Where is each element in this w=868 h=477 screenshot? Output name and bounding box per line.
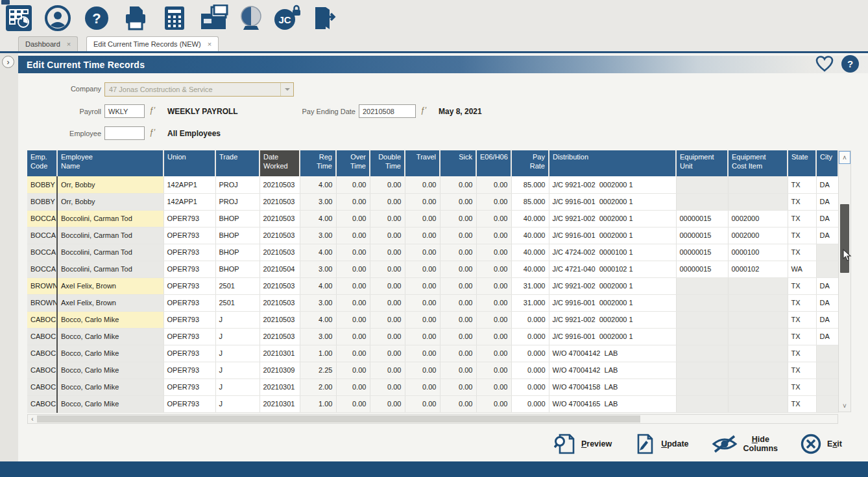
cell-travel[interactable]: 0.00 xyxy=(405,210,440,227)
cell-union[interactable]: OPER793 xyxy=(163,227,215,244)
column-header-pay_rate[interactable]: Pay Rate xyxy=(511,150,549,176)
tab-dashboard[interactable]: Dashboard × xyxy=(18,36,78,51)
cell-double_time[interactable]: 0.00 xyxy=(370,311,405,328)
cell-trade[interactable]: J xyxy=(215,328,259,345)
cell-equip_cost[interactable]: 0002000 xyxy=(728,227,788,244)
cell-equip_unit[interactable] xyxy=(676,378,728,395)
cell-date_worked[interactable]: 20210503 xyxy=(259,277,300,294)
cell-over_time[interactable]: 0.00 xyxy=(336,210,370,227)
cell-over_time[interactable]: 0.00 xyxy=(336,227,370,244)
column-header-equip_cost[interactable]: Equipment Cost Item xyxy=(728,150,788,176)
cell-double_time[interactable]: 0.00 xyxy=(370,244,405,261)
cell-equip_cost[interactable] xyxy=(728,395,788,412)
cell-emp_code[interactable]: BOCCA xyxy=(27,210,57,227)
cell-double_time[interactable]: 0.00 xyxy=(370,193,405,210)
cell-union[interactable]: OPER793 xyxy=(163,362,215,378)
column-header-distribution[interactable]: Distribution xyxy=(549,150,676,176)
cell-equip_unit[interactable] xyxy=(676,345,728,362)
column-header-e06_h06[interactable]: E06/H06 xyxy=(476,150,511,176)
cell-state[interactable]: TX xyxy=(788,244,816,261)
cell-over_time[interactable]: 0.00 xyxy=(336,193,370,210)
cell-distribution[interactable]: W/O 47004158 LAB xyxy=(549,378,676,395)
cell-distribution[interactable]: J/C 9921-002 0002000 1 xyxy=(549,176,676,193)
cell-over_time[interactable]: 0.00 xyxy=(336,176,370,193)
cell-equip_cost[interactable] xyxy=(728,277,788,294)
cell-equip_cost[interactable]: 0000102 xyxy=(728,261,788,277)
cell-travel[interactable]: 0.00 xyxy=(405,345,440,362)
column-header-sick[interactable]: Sick xyxy=(440,150,476,176)
cell-date_worked[interactable]: 20210503 xyxy=(259,244,300,261)
cell-over_time[interactable]: 0.00 xyxy=(336,261,370,277)
horizontal-scroll-thumb[interactable] xyxy=(37,415,640,423)
cell-reg_time[interactable]: 4.00 xyxy=(300,277,336,294)
cell-city[interactable] xyxy=(816,362,838,378)
cell-union[interactable]: OPER793 xyxy=(163,378,215,395)
panel-expander-button[interactable]: › xyxy=(2,56,14,68)
cell-name[interactable]: Orr, Bobby xyxy=(57,193,163,210)
cell-name[interactable]: Bocco, Carlo Mike xyxy=(57,362,163,378)
cell-double_time[interactable]: 0.00 xyxy=(370,328,405,345)
cell-city[interactable]: DA xyxy=(816,328,838,345)
dashboard-grid-icon[interactable] xyxy=(5,5,32,32)
cell-union[interactable]: OPER793 xyxy=(163,345,215,362)
cell-e06_h06[interactable]: 0.00 xyxy=(476,294,511,311)
scroll-down-arrow[interactable]: ˅ xyxy=(839,400,850,412)
payroll-input[interactable]: WKLY xyxy=(104,104,145,118)
pay-ending-date-lookup-icon[interactable]: ƒ′ xyxy=(420,106,426,115)
cell-distribution[interactable]: J/C 9921-002 0002000 1 xyxy=(549,311,676,328)
cell-reg_time[interactable]: 4.00 xyxy=(300,210,336,227)
cell-date_worked[interactable]: 20210309 xyxy=(259,362,300,378)
cell-city[interactable]: DA xyxy=(816,227,838,244)
cell-sick[interactable]: 0.00 xyxy=(440,227,476,244)
cell-double_time[interactable]: 0.00 xyxy=(370,345,405,362)
cell-name[interactable]: Axel Felix, Brown xyxy=(57,294,163,311)
column-header-state[interactable]: State xyxy=(788,150,816,176)
cell-name[interactable]: Bocco, Carlo Mike xyxy=(57,395,163,412)
cell-trade[interactable]: PROJ xyxy=(215,176,259,193)
cell-emp_code[interactable]: CABOC xyxy=(27,362,57,378)
help-icon[interactable]: ? xyxy=(83,5,110,32)
cell-date_worked[interactable]: 20210503 xyxy=(259,311,300,328)
cell-pay_rate[interactable]: 40.000 xyxy=(511,227,549,244)
column-header-reg_time[interactable]: Reg Time xyxy=(300,150,336,176)
user-icon[interactable] xyxy=(44,5,71,32)
cell-trade[interactable]: BHOP xyxy=(215,210,259,227)
cell-trade[interactable]: BHOP xyxy=(215,244,259,261)
cell-date_worked[interactable]: 20210504 xyxy=(259,261,300,277)
cell-over_time[interactable]: 0.00 xyxy=(336,395,370,412)
cell-reg_time[interactable]: 4.00 xyxy=(300,244,336,261)
column-header-double_time[interactable]: Double Time xyxy=(370,150,405,176)
cell-state[interactable]: TX xyxy=(788,362,816,378)
cell-over_time[interactable]: 0.00 xyxy=(336,244,370,261)
scroll-left-arrow[interactable]: ‹ xyxy=(28,415,37,423)
cell-travel[interactable]: 0.00 xyxy=(405,378,440,395)
cell-emp_code[interactable]: BOBBY xyxy=(27,193,57,210)
cell-city[interactable]: DA xyxy=(816,294,838,311)
cell-sick[interactable]: 0.00 xyxy=(440,210,476,227)
cell-union[interactable]: OPER793 xyxy=(163,210,215,227)
cell-city[interactable]: DA xyxy=(816,176,838,193)
cell-over_time[interactable]: 0.00 xyxy=(336,378,370,395)
cell-union[interactable]: OPER793 xyxy=(163,277,215,294)
cell-e06_h06[interactable]: 0.00 xyxy=(476,261,511,277)
cell-trade[interactable]: J xyxy=(215,395,259,412)
scroll-up-arrow[interactable]: ˄ xyxy=(839,151,850,164)
cell-union[interactable]: OPER793 xyxy=(163,294,215,311)
cell-equip_cost[interactable] xyxy=(728,176,788,193)
cell-equip_unit[interactable] xyxy=(676,294,728,311)
cell-travel[interactable]: 0.00 xyxy=(405,176,440,193)
cell-double_time[interactable]: 0.00 xyxy=(370,210,405,227)
column-header-city[interactable]: City xyxy=(816,150,838,176)
column-header-travel[interactable]: Travel xyxy=(405,150,440,176)
cell-state[interactable]: TX xyxy=(788,328,816,345)
cell-emp_code[interactable]: BOBBY xyxy=(27,176,57,193)
column-header-trade[interactable]: Trade xyxy=(215,150,259,176)
cell-distribution[interactable]: W/O 47004142 LAB xyxy=(549,345,676,362)
cell-distribution[interactable]: W/O 47004142 LAB xyxy=(549,362,676,378)
cell-state[interactable]: TX xyxy=(788,210,816,227)
cell-name[interactable]: Bocco, Carlo Mike xyxy=(57,328,163,345)
cell-city[interactable] xyxy=(816,261,838,277)
cell-distribution[interactable]: J/C 9916-001 0002000 1 xyxy=(549,328,676,345)
cell-emp_code[interactable]: BROWN xyxy=(27,277,57,294)
cell-reg_time[interactable]: 3.00 xyxy=(300,328,336,345)
